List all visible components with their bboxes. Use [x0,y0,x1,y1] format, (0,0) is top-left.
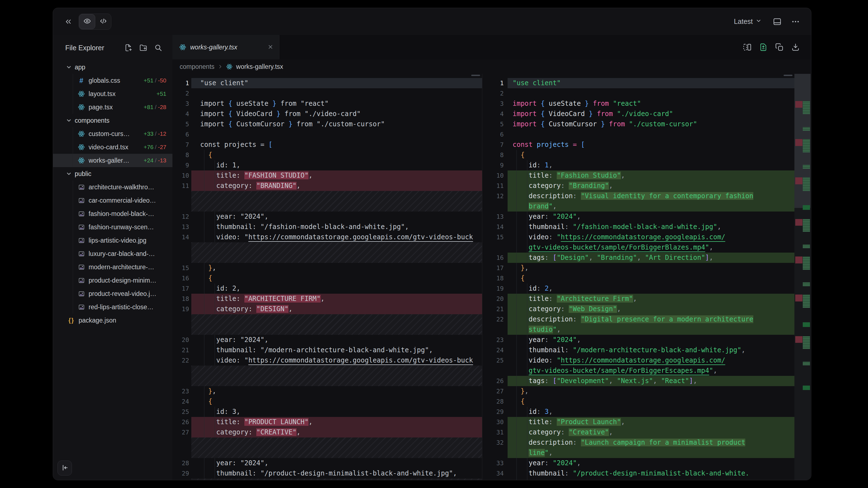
code-line[interactable]: 10 title: "FASHION STUDIO", [173,170,482,181]
code-line[interactable]: gtv-videos-bucket/sample/ForBiggerEscape… [482,366,795,376]
code-line[interactable]: 11 category: "Branding", [482,181,795,191]
code-line[interactable]: 2 [173,88,482,99]
code-line[interactable]: 20 title: "Architecture Firm", [482,294,795,304]
code-line[interactable]: 14 video: "https://commondatastorage.goo… [173,232,482,242]
code-line[interactable]: 3import { useState } from "react" [173,99,482,109]
tree-item-globals.css[interactable]: #globals.css+51/-50 [53,74,173,87]
tree-item-fashion-model-black-[interactable]: fashion-model-black-… [53,207,173,220]
tree-item-video-card.tsx[interactable]: video-card.tsx+76/-27 [53,140,173,154]
code-line[interactable]: 21 category: "Web Design", [482,304,795,314]
code-line[interactable]: 12 year: "2024", [173,212,482,222]
code-line[interactable]: 10 title: "Fashion Studio", [482,170,795,181]
tree-item-car-commercial-video-[interactable]: car-commercial-video… [53,194,173,207]
code-line[interactable]: 18 { [482,273,795,284]
code-line[interactable]: 2 [482,88,795,99]
code-line[interactable]: 5import { CustomCursor } from "./custom-… [482,119,795,129]
diff-view-button[interactable] [759,43,768,52]
more-menu-button[interactable] [791,17,800,26]
code-line[interactable]: 33 year: "2024", [482,458,795,468]
code-line[interactable]: 1"use client" [482,78,795,88]
preview-toggle-button[interactable] [79,14,95,29]
code-line[interactable]: 25 id: 3, [173,407,482,417]
code-line[interactable]: 19 category: "DESIGN", [173,304,482,314]
breadcrumb-file[interactable]: works-gallery.tsx [236,63,283,70]
code-line[interactable]: 24 { [173,396,482,407]
tree-item-modern-architecture-[interactable]: modern-architecture-… [53,260,173,274]
code-line[interactable]: jpg", [482,479,795,480]
code-line[interactable]: 25 video: "https://commondatastorage.goo… [482,355,795,366]
code-line[interactable]: 16 { [173,273,482,284]
new-folder-button[interactable] [139,43,148,52]
code-line[interactable]: 18 title: "ARCHITECTURE FIRM", [173,294,482,304]
tree-item-package.json[interactable]: {}package.json [53,314,173,327]
left-pane-scrollbar[interactable] [471,75,480,76]
code-line[interactable]: 6 [482,129,795,140]
code-line[interactable]: 23 }, [173,386,482,396]
tree-item-works-galler-[interactable]: works-galler…+24/-13 [53,154,173,167]
code-line[interactable]: 11 category: "BRANDING", [173,181,482,191]
code-line[interactable]: gtv-videos-bucket/sample/ForBiggerBlazes… [482,242,795,253]
code-line[interactable]: 12 description: "Visual identity for a c… [482,191,795,201]
tree-item-layout.tsx[interactable]: layout.tsx+51 [53,87,173,100]
code-line[interactable]: 3import { useState } from "react" [482,99,795,109]
code-line[interactable]: 22 description: "Digital presence for a … [482,314,795,325]
diff-pane-original[interactable]: 1"use client"23import { useState } from … [173,74,482,480]
code-line[interactable]: 29 id: 3, [482,407,795,417]
code-line[interactable]: 20 year: "2024", [173,335,482,345]
code-line[interactable]: 4import { VideoCard } from "./video-card… [482,109,795,119]
code-line[interactable]: 5import { CustomCursor } from "./custom-… [173,119,482,129]
tree-item-custom-curs-[interactable]: custom-curs…+33/-12 [53,127,173,140]
tab-works-gallery[interactable]: works-gallery.tsx [173,35,279,59]
code-line[interactable]: line", [482,448,795,458]
code-line[interactable]: brand", [482,201,795,212]
code-line[interactable]: 26 tags: ["Development", "Next.js", "Rea… [482,376,795,386]
diff-overview-ruler[interactable] [795,74,810,480]
download-button[interactable] [791,43,800,52]
tree-item-lips-artistic-video.jpg[interactable]: lips-artistic-video.jpg [53,234,173,247]
code-line[interactable]: 9 id: 1, [173,160,482,170]
tree-item-page.tsx[interactable]: page.tsx+81/-28 [53,100,173,114]
code-line[interactable]: 7const projects = [ [173,140,482,150]
tree-item-red-lips-artistic-close-[interactable]: red-lips-artistic-close… [53,300,173,314]
code-line[interactable]: 24 thumbnail: "/modern-architecture-blac… [482,345,795,355]
code-line[interactable]: studio", [482,325,795,335]
code-line[interactable]: 15 }, [173,263,482,273]
code-line[interactable]: 13 year: "2024", [482,212,795,222]
code-line[interactable]: 21 thumbnail: "/modern-architecture-blac… [173,345,482,355]
code-line[interactable]: 17 }, [482,263,795,273]
tree-item-fashion-runway-scen-[interactable]: fashion-runway-scen… [53,220,173,234]
breadcrumb-folder[interactable]: components [180,63,214,70]
collapse-sidebar-button[interactable] [58,460,72,476]
code-line[interactable]: 23 year: "2024", [482,335,795,345]
code-line[interactable]: 13 thumbnail: "/fashion-model-black-and-… [173,222,482,232]
panel-layout-button[interactable] [773,17,782,26]
code-toggle-button[interactable] [95,14,111,29]
split-view-button[interactable] [743,43,752,52]
version-dropdown[interactable]: Latest [732,17,763,26]
search-files-button[interactable] [154,43,162,52]
code-line[interactable]: 14 thumbnail: "/fashion-model-black-and-… [482,222,795,232]
code-line[interactable]: 31 category: "Creative", [482,427,795,437]
close-tab-button[interactable] [268,44,274,51]
new-file-button[interactable] [124,43,132,52]
code-line[interactable]: 4import { VideoCard } from "./video-card… [173,109,482,119]
right-pane-scrollbar[interactable] [783,75,793,76]
diff-pane-modified[interactable]: 1"use client"23import { useState } from … [482,74,795,480]
code-line[interactable]: 6 [173,129,482,140]
code-line[interactable]: 1"use client" [173,78,482,88]
code-line[interactable]: 22 video: "https://commondatastorage.goo… [173,355,482,366]
code-line[interactable]: 32 description: "Launch campaign for a m… [482,437,795,448]
code-line[interactable]: 26 title: "PRODUCT LAUNCH", [173,417,482,427]
copy-code-button[interactable] [775,43,784,52]
tree-item-product-design-minim-[interactable]: product-design-minim… [53,274,173,287]
code-line[interactable]: 30 title: "Product Launch", [482,417,795,427]
tree-item-luxury-car-black-and-[interactable]: luxury-car-black-and-… [53,247,173,260]
tree-item-product-reveal-video.j-[interactable]: product-reveal-video.j… [53,287,173,300]
code-line[interactable]: 16 tags: ["Design", "Branding", "Art Dir… [482,253,795,263]
code-line[interactable]: 29 thumbnail: "/product-design-minimalis… [173,468,482,479]
code-line[interactable]: 7const projects = [ [482,140,795,150]
code-line[interactable]: 27 }, [482,386,795,396]
code-line[interactable]: 15 video: "https://commondatastorage.goo… [482,232,795,242]
tree-folder-public[interactable]: public [53,167,173,181]
code-line[interactable]: 19 id: 2, [482,284,795,294]
